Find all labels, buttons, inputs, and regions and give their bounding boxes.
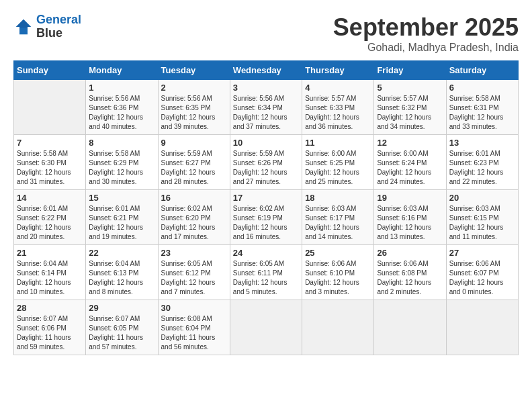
day-number: 11 [305,138,371,148]
day-number: 16 [161,193,227,203]
day-info: Sunrise: 5:58 AM Sunset: 6:29 PM Dayligh… [89,149,154,187]
calendar-cell: 18Sunrise: 6:03 AM Sunset: 6:17 PM Dayli… [302,190,374,245]
day-info: Sunrise: 5:56 AM Sunset: 6:35 PM Dayligh… [161,94,227,132]
logo-icon [13,17,34,37]
calendar-cell: 28Sunrise: 6:07 AM Sunset: 6:06 PM Dayli… [14,300,86,355]
day-info: Sunrise: 6:03 AM Sunset: 6:17 PM Dayligh… [305,204,371,242]
weekday-header-sunday: Sunday [14,61,86,80]
day-number: 27 [449,248,515,258]
week-row-3: 14Sunrise: 6:01 AM Sunset: 6:22 PM Dayli… [14,190,519,245]
week-row-4: 21Sunrise: 6:04 AM Sunset: 6:14 PM Dayli… [14,245,519,300]
calendar-cell: 27Sunrise: 6:06 AM Sunset: 6:07 PM Dayli… [446,245,518,300]
calendar-cell: 14Sunrise: 6:01 AM Sunset: 6:22 PM Dayli… [14,190,86,245]
day-info: Sunrise: 6:01 AM Sunset: 6:23 PM Dayligh… [449,149,515,187]
day-info: Sunrise: 6:03 AM Sunset: 6:15 PM Dayligh… [449,204,515,242]
calendar-cell: 23Sunrise: 6:05 AM Sunset: 6:12 PM Dayli… [158,245,230,300]
calendar-cell: 12Sunrise: 6:00 AM Sunset: 6:24 PM Dayli… [374,135,446,190]
weekday-header-friday: Friday [374,61,446,80]
day-number: 6 [449,83,515,93]
weekday-header-thursday: Thursday [302,61,374,80]
calendar-cell [302,300,374,355]
header: General Blue September 2025 Gohadi, Madh… [13,13,519,54]
weekday-header-tuesday: Tuesday [158,61,230,80]
day-number: 25 [305,248,371,258]
day-info: Sunrise: 6:06 AM Sunset: 6:08 PM Dayligh… [377,259,443,297]
title-area: September 2025 Gohadi, Madhya Pradesh, I… [333,13,519,54]
day-number: 20 [449,193,515,203]
day-number: 29 [89,303,154,313]
day-number: 15 [89,193,154,203]
day-info: Sunrise: 6:05 AM Sunset: 6:12 PM Dayligh… [161,259,227,297]
day-info: Sunrise: 6:01 AM Sunset: 6:21 PM Dayligh… [89,204,154,242]
logo-line1: General [36,13,81,26]
day-info: Sunrise: 5:57 AM Sunset: 6:33 PM Dayligh… [305,94,371,132]
calendar-cell: 5Sunrise: 5:57 AM Sunset: 6:32 PM Daylig… [374,80,446,135]
calendar-cell: 13Sunrise: 6:01 AM Sunset: 6:23 PM Dayli… [446,135,518,190]
weekday-header-row: SundayMondayTuesdayWednesdayThursdayFrid… [14,61,519,80]
day-info: Sunrise: 6:04 AM Sunset: 6:14 PM Dayligh… [17,259,83,297]
day-number: 10 [233,138,299,148]
day-info: Sunrise: 5:58 AM Sunset: 6:31 PM Dayligh… [449,94,515,132]
day-number: 17 [233,193,299,203]
day-number: 24 [233,248,299,258]
location-title: Gohadi, Madhya Pradesh, India [333,42,519,54]
calendar-cell: 1Sunrise: 5:56 AM Sunset: 6:36 PM Daylig… [86,80,158,135]
day-number: 28 [17,303,83,313]
month-title: September 2025 [333,13,519,42]
day-info: Sunrise: 6:00 AM Sunset: 6:25 PM Dayligh… [305,149,371,187]
calendar-cell [374,300,446,355]
day-info: Sunrise: 5:56 AM Sunset: 6:34 PM Dayligh… [233,94,299,132]
day-info: Sunrise: 5:59 AM Sunset: 6:27 PM Dayligh… [161,149,227,187]
day-number: 3 [233,83,299,93]
day-info: Sunrise: 6:00 AM Sunset: 6:24 PM Dayligh… [377,149,443,187]
calendar-cell: 9Sunrise: 5:59 AM Sunset: 6:27 PM Daylig… [158,135,230,190]
calendar-cell: 29Sunrise: 6:07 AM Sunset: 6:05 PM Dayli… [86,300,158,355]
day-number: 18 [305,193,371,203]
day-info: Sunrise: 6:03 AM Sunset: 6:16 PM Dayligh… [377,204,443,242]
calendar-cell: 7Sunrise: 5:58 AM Sunset: 6:30 PM Daylig… [14,135,86,190]
weekday-header-monday: Monday [86,61,158,80]
day-info: Sunrise: 6:05 AM Sunset: 6:11 PM Dayligh… [233,259,299,297]
day-number: 7 [17,138,83,148]
calendar-cell: 2Sunrise: 5:56 AM Sunset: 6:35 PM Daylig… [158,80,230,135]
day-number: 22 [89,248,154,258]
calendar-cell: 15Sunrise: 6:01 AM Sunset: 6:21 PM Dayli… [86,190,158,245]
day-number: 14 [17,193,83,203]
day-info: Sunrise: 5:57 AM Sunset: 6:32 PM Dayligh… [377,94,443,132]
day-number: 2 [161,83,227,93]
calendar-cell [446,300,518,355]
weekday-header-wednesday: Wednesday [230,61,302,80]
day-info: Sunrise: 6:06 AM Sunset: 6:07 PM Dayligh… [449,259,515,297]
day-number: 1 [89,83,154,93]
day-info: Sunrise: 6:07 AM Sunset: 6:05 PM Dayligh… [89,314,154,352]
day-info: Sunrise: 6:02 AM Sunset: 6:19 PM Dayligh… [233,204,299,242]
logo: General Blue [13,13,81,40]
day-number: 12 [377,138,443,148]
day-info: Sunrise: 5:56 AM Sunset: 6:36 PM Dayligh… [89,94,154,132]
svg-marker-1 [16,19,32,28]
calendar-cell [230,300,302,355]
calendar-cell: 24Sunrise: 6:05 AM Sunset: 6:11 PM Dayli… [230,245,302,300]
calendar-cell: 10Sunrise: 5:59 AM Sunset: 6:26 PM Dayli… [230,135,302,190]
week-row-1: 1Sunrise: 5:56 AM Sunset: 6:36 PM Daylig… [14,80,519,135]
calendar-cell: 11Sunrise: 6:00 AM Sunset: 6:25 PM Dayli… [302,135,374,190]
calendar-cell: 30Sunrise: 6:08 AM Sunset: 6:04 PM Dayli… [158,300,230,355]
day-info: Sunrise: 6:08 AM Sunset: 6:04 PM Dayligh… [161,314,227,352]
calendar-cell: 25Sunrise: 6:06 AM Sunset: 6:10 PM Dayli… [302,245,374,300]
day-info: Sunrise: 5:59 AM Sunset: 6:26 PM Dayligh… [233,149,299,187]
calendar-cell: 4Sunrise: 5:57 AM Sunset: 6:33 PM Daylig… [302,80,374,135]
day-info: Sunrise: 6:07 AM Sunset: 6:06 PM Dayligh… [17,314,83,352]
day-number: 21 [17,248,83,258]
calendar-cell: 8Sunrise: 5:58 AM Sunset: 6:29 PM Daylig… [86,135,158,190]
week-row-2: 7Sunrise: 5:58 AM Sunset: 6:30 PM Daylig… [14,135,519,190]
calendar-cell: 26Sunrise: 6:06 AM Sunset: 6:08 PM Dayli… [374,245,446,300]
logo-text: General Blue [36,13,81,40]
calendar-cell: 19Sunrise: 6:03 AM Sunset: 6:16 PM Dayli… [374,190,446,245]
calendar-cell [14,80,86,135]
calendar-cell: 17Sunrise: 6:02 AM Sunset: 6:19 PM Dayli… [230,190,302,245]
day-info: Sunrise: 6:04 AM Sunset: 6:13 PM Dayligh… [89,259,154,297]
day-number: 26 [377,248,443,258]
weekday-header-saturday: Saturday [446,61,518,80]
day-info: Sunrise: 6:01 AM Sunset: 6:22 PM Dayligh… [17,204,83,242]
day-info: Sunrise: 5:58 AM Sunset: 6:30 PM Dayligh… [17,149,83,187]
